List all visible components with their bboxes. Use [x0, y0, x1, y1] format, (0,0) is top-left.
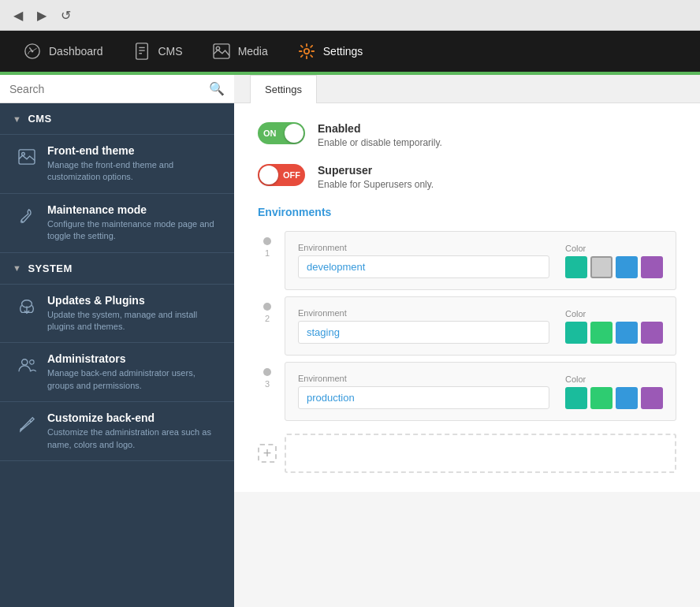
env-number-2: 2 [265, 314, 270, 323]
svg-point-13 [22, 359, 28, 365]
nav-label-media: Media [238, 45, 268, 58]
sidebar-item-maintenance-mode-title: Maintenance mode [47, 203, 222, 216]
image-icon [16, 146, 38, 168]
sidebar-section-cms-label: CMS [28, 113, 51, 125]
add-environment-button[interactable]: + [258, 444, 277, 463]
content-area: Settings ON Enabled Enable or disable te… [234, 75, 700, 607]
env-number-3: 3 [265, 379, 270, 389]
color-swatch-2-2[interactable] [590, 322, 612, 344]
superuser-toggle-knob [259, 166, 278, 184]
env-number-1: 1 [265, 248, 270, 258]
settings-panel: ON Enabled Enable or disable temporarily… [234, 103, 700, 492]
enabled-toggle[interactable]: ON [258, 122, 305, 144]
sidebar-item-front-end-theme-desc: Manage the front-end theme and customiza… [47, 159, 222, 184]
document-icon [132, 41, 152, 61]
env-input-2[interactable] [298, 321, 549, 344]
sidebar-item-administrators-desc: Manage back-end administrator users, gro… [47, 367, 222, 392]
enabled-toggle-row: ON Enabled Enable or disable temporarily… [258, 122, 676, 148]
sidebar-item-updates-plugins[interactable]: Updates & Plugins Update the system, man… [0, 284, 234, 343]
env-dot-1 [263, 237, 271, 245]
users-icon [16, 354, 38, 376]
enabled-toggle-label: ON [263, 128, 277, 138]
nav-item-settings[interactable]: Settings [282, 31, 378, 72]
svg-rect-2 [136, 43, 147, 59]
env-input-3[interactable] [298, 386, 549, 409]
color-swatch-3-4[interactable] [641, 387, 663, 409]
env-dot-2 [263, 303, 271, 311]
color-swatch-3-3[interactable] [616, 387, 638, 409]
nav-label-dashboard: Dashboard [49, 45, 103, 58]
color-label-1: Color [565, 244, 663, 253]
sidebar-section-system-header[interactable]: ▼ SYSTEM [0, 253, 234, 284]
color-swatch-1-4[interactable] [641, 256, 663, 278]
color-label-2: Color [565, 309, 663, 318]
reload-button[interactable]: ↺ [57, 6, 74, 24]
sidebar-item-updates-plugins-desc: Update the system, manage and install pl… [47, 309, 222, 333]
color-group-1: Color [565, 244, 663, 278]
env-card-2: EnvironmentColor [285, 296, 676, 356]
image-icon [211, 41, 232, 61]
nav-item-cms[interactable]: CMS [117, 31, 197, 72]
sidebar-item-front-end-theme-title: Front-end theme [47, 144, 222, 157]
tabs-bar: Settings [234, 75, 700, 103]
env-card-3: EnvironmentColor [285, 362, 676, 421]
environments-title: Environments [258, 206, 676, 218]
environments-list: 1EnvironmentColor2EnvironmentColor3Envir… [258, 231, 676, 427]
sidebar-item-administrators-title: Administrators [47, 352, 222, 365]
wrench-icon [16, 205, 38, 227]
color-swatch-1-3[interactable] [616, 256, 638, 278]
color-group-3: Color [565, 374, 663, 409]
superuser-toggle-label: OFF [283, 170, 300, 180]
color-swatch-3-2[interactable] [590, 387, 612, 409]
env-row-3: 3EnvironmentColor [258, 362, 676, 421]
sidebar-item-maintenance-mode-desc: Configure the maintenance mode page and … [47, 218, 222, 243]
search-bar: 🔍 [0, 75, 234, 103]
sidebar-section-cms: ▼ CMS Front-end theme Manage the front-e… [0, 103, 234, 253]
color-swatch-3-1[interactable] [565, 387, 587, 409]
search-input[interactable] [9, 83, 209, 95]
sidebar: 🔍 ▼ CMS Front-end theme Manage the fro [0, 75, 234, 607]
add-environment-row: + [258, 434, 676, 473]
enabled-toggle-knob [285, 124, 303, 143]
color-swatch-1-1[interactable] [565, 256, 587, 278]
env-card-1: EnvironmentColor [285, 231, 676, 290]
color-swatch-1-2[interactable] [590, 256, 612, 278]
gear-icon [296, 41, 317, 61]
color-swatch-2-1[interactable] [565, 322, 587, 344]
main-layout: 🔍 ▼ CMS Front-end theme Manage the fro [0, 75, 700, 607]
env-field-label-2: Environment [298, 308, 549, 318]
sidebar-item-customize-backend-title: Customize back-end [47, 411, 222, 424]
sidebar-item-administrators[interactable]: Administrators Manage back-end administr… [0, 342, 234, 401]
superuser-title: Superuser [318, 164, 434, 177]
enabled-desc: Enable or disable temporarily. [318, 137, 442, 148]
add-environment-placeholder [285, 434, 676, 473]
search-icon[interactable]: 🔍 [209, 81, 225, 96]
color-swatch-2-4[interactable] [641, 322, 663, 344]
env-input-1[interactable] [298, 255, 549, 278]
sidebar-item-maintenance-mode[interactable]: Maintenance mode Configure the maintenan… [0, 193, 234, 252]
top-nav: Dashboard CMS Media [0, 31, 700, 72]
sidebar-item-customize-backend-desc: Customize the administration area such a… [47, 426, 222, 451]
env-dot-3 [263, 368, 271, 376]
color-label-3: Color [565, 374, 663, 384]
nav-item-dashboard[interactable]: Dashboard [8, 31, 117, 72]
color-swatch-2-3[interactable] [616, 322, 638, 344]
sidebar-section-cms-header[interactable]: ▼ CMS [0, 103, 234, 134]
browser-bar: ◀ ▶ ↺ [0, 0, 700, 31]
superuser-desc: Enable for Superusers only. [318, 179, 434, 190]
svg-point-14 [30, 360, 34, 364]
superuser-toggle[interactable]: OFF [258, 164, 305, 186]
sidebar-item-customize-backend[interactable]: Customize back-end Customize the adminis… [0, 401, 234, 460]
svg-point-8 [304, 49, 309, 54]
tab-settings[interactable]: Settings [250, 75, 317, 103]
brush-icon [16, 413, 38, 435]
forward-button[interactable]: ▶ [33, 6, 50, 24]
sidebar-section-system: ▼ SYSTEM Updates & Plugins Update the sy… [0, 253, 234, 461]
nav-label-settings: Settings [323, 45, 363, 58]
sidebar-item-updates-plugins-title: Updates & Plugins [47, 294, 222, 307]
sidebar-item-front-end-theme[interactable]: Front-end theme Manage the front-end the… [0, 134, 234, 193]
nav-item-media[interactable]: Media [197, 31, 282, 72]
speedometer-icon [22, 41, 43, 61]
sidebar-section-system-label: SYSTEM [28, 263, 72, 274]
back-button[interactable]: ◀ [9, 6, 27, 24]
